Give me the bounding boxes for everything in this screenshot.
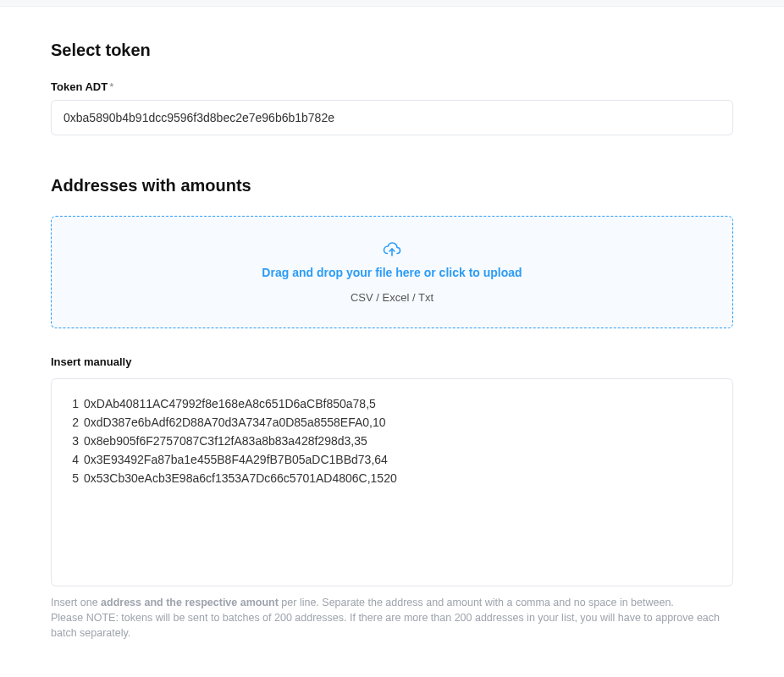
select-token-title: Select token — [51, 41, 733, 60]
upload-icon — [69, 242, 715, 257]
line-number: 5 — [63, 469, 79, 487]
help-line1-bold: address and the respective amount — [101, 597, 279, 608]
editor-line: 10xDAb40811AC47992f8e168eA8c651D6aCBf850… — [63, 394, 721, 413]
file-dropzone[interactable]: Drag and drop your file here or click to… — [51, 216, 733, 328]
insert-manually-label: Insert manually — [51, 355, 733, 368]
addresses-title: Addresses with amounts — [51, 176, 733, 195]
line-content: 0x53Cb30eAcb3E98a6cf1353A7Dc66c5701AD480… — [84, 469, 397, 487]
main-container: Select token Token ADT* Addresses with a… — [51, 7, 733, 677]
editor-line: 30x8eb905f6F2757087C3f12fA83a8b83a428f29… — [63, 432, 721, 450]
help-text: Insert one address and the respective am… — [51, 595, 733, 641]
line-content: 0xDAb40811AC47992f8e168eA8c651D6aCBf850a… — [84, 394, 376, 413]
token-address-input[interactable] — [51, 100, 733, 135]
line-number: 4 — [63, 450, 79, 469]
dropzone-hint: CSV / Excel / Txt — [69, 291, 715, 304]
line-number: 2 — [63, 413, 79, 432]
help-line2: Please NOTE: tokens will be sent to batc… — [51, 610, 733, 641]
token-field-label: Token ADT* — [51, 80, 733, 93]
line-content: 0x3E93492Fa87ba1e455B8F4A29fB7B05aDC1BBd… — [84, 450, 388, 469]
top-bar — [0, 0, 784, 7]
line-number: 3 — [63, 432, 79, 450]
dropzone-text: Drag and drop your file here or click to… — [69, 266, 715, 279]
line-content: 0xdD387e6bAdf62D88A70d3A7347a0D85a8558EF… — [84, 413, 386, 432]
help-line1-pre: Insert one — [51, 597, 101, 608]
required-indicator: * — [109, 80, 113, 93]
editor-line: 40x3E93492Fa87ba1e455B8F4A29fB7B05aDC1BB… — [63, 450, 721, 469]
editor-line: 50x53Cb30eAcb3E98a6cf1353A7Dc66c5701AD48… — [63, 469, 721, 487]
line-content: 0x8eb905f6F2757087C3f12fA83a8b83a428f298… — [84, 432, 367, 450]
addresses-editor[interactable]: 10xDAb40811AC47992f8e168eA8c651D6aCBf850… — [51, 378, 733, 586]
editor-line: 20xdD387e6bAdf62D88A70d3A7347a0D85a8558E… — [63, 413, 721, 432]
line-number: 1 — [63, 394, 79, 413]
help-line1-post: per line. Separate the address and amoun… — [279, 597, 674, 608]
token-label-text: Token ADT — [51, 80, 108, 93]
